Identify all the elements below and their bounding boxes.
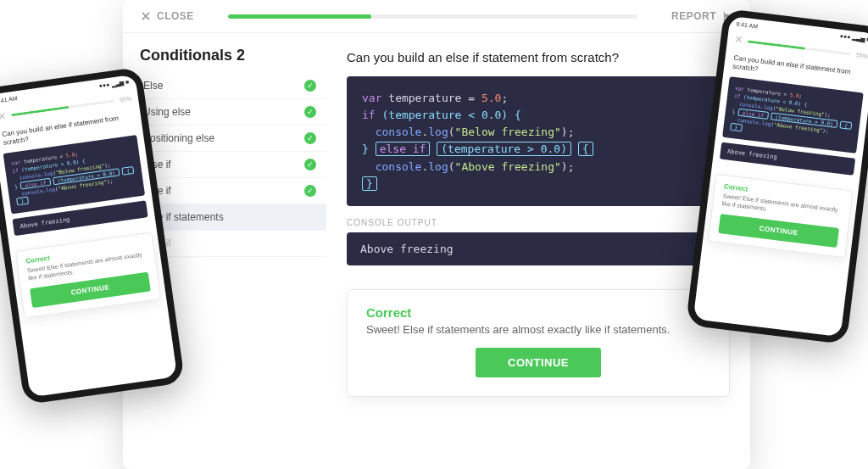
- main-panel: Can you build an else if statement from …: [326, 33, 750, 464]
- status-time: 9:41 AM: [0, 95, 18, 104]
- continue-button[interactable]: CONTINUE: [476, 348, 601, 377]
- close-button[interactable]: CLOSE: [140, 10, 194, 22]
- step-row[interactable]: Positioning else✓: [140, 126, 326, 152]
- step-row[interactable]: Using else✓: [140, 99, 326, 126]
- prompt: Can you build an else if statement from …: [347, 50, 730, 64]
- check-icon: ✓: [304, 80, 316, 92]
- topbar: CLOSE REPORT: [123, 0, 750, 33]
- step-row[interactable]: Else if✓: [140, 152, 326, 178]
- step-label: Using else: [143, 106, 191, 118]
- check-icon: ✓: [304, 106, 316, 118]
- close-label: CLOSE: [157, 10, 194, 22]
- check-icon: ✓: [304, 185, 316, 197]
- check-icon: ✓: [304, 159, 316, 170]
- console-output: Above freezing: [347, 232, 730, 265]
- phone-feedback-card: Correct Sweet! Else if statements are al…: [15, 232, 162, 318]
- status-icons: ●●● ▂▃▅ ■: [98, 79, 130, 90]
- status-icons: ●●● ▂▃▅ ■: [839, 33, 868, 43]
- step-label: Else: [143, 80, 163, 92]
- feedback-title: Correct: [366, 305, 710, 320]
- code-block: var temperature = 5.0;if (temperature < …: [347, 76, 730, 206]
- check-icon: ✓: [304, 132, 316, 144]
- step-row[interactable]: Else if✓: [140, 178, 326, 204]
- phone-close-icon[interactable]: ✕: [0, 109, 7, 122]
- lesson-title: Conditionals 2: [140, 47, 326, 64]
- status-time: 9:41 AM: [736, 20, 758, 29]
- feedback-body: Sweet! Else if statements are almost exa…: [366, 323, 710, 336]
- progress-fill: [228, 14, 371, 19]
- step-row[interactable]: Else if statements: [140, 204, 326, 231]
- close-icon: [140, 10, 152, 22]
- feedback-card: Correct Sweet! Else if statements are al…: [347, 289, 730, 397]
- phone-feedback-card: Correct Sweet! Else if statements are al…: [708, 174, 854, 258]
- report-label: REPORT: [671, 10, 716, 22]
- phone-close-icon[interactable]: ✕: [733, 34, 743, 47]
- phone-progress-pct: 55%: [856, 52, 868, 59]
- step-list: Else✓Using else✓Positioning else✓Else if…: [140, 73, 326, 257]
- desktop-window: CLOSE REPORT Conditionals 2 Else✓Using e…: [123, 0, 750, 469]
- progress-bar: [228, 14, 637, 19]
- step-row[interactable]: Else if: [140, 231, 326, 257]
- console-output-label: CONSOLE OUTPUT: [347, 218, 730, 227]
- phone-progress-pct: 55%: [120, 95, 132, 103]
- step-row[interactable]: Else✓: [140, 73, 326, 99]
- step-label: Positioning else: [143, 132, 214, 144]
